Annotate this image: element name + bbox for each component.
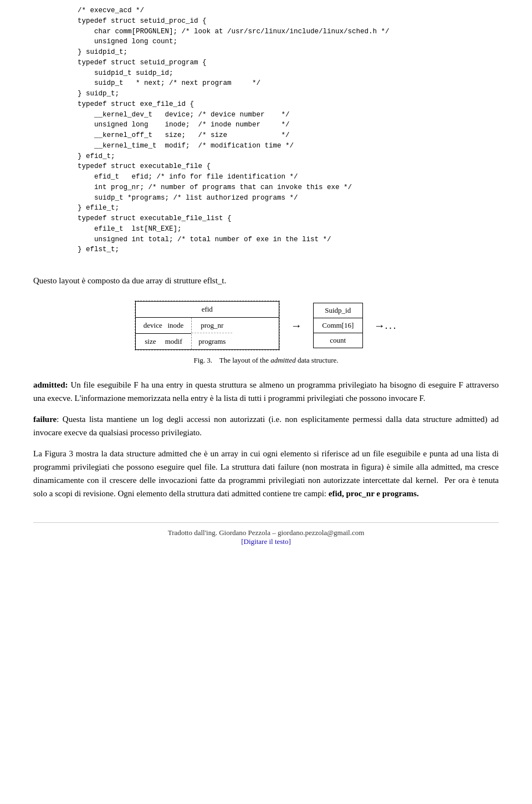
main-body: device inode size modif prog_nr programs: [136, 318, 279, 349]
footer-line1: Tradotto dall'ing. Giordano Pezzola – gi…: [33, 528, 499, 537]
programs-cell: programs: [192, 334, 232, 349]
right-struct-box: Suidp_id Comm[16] count: [313, 303, 363, 348]
device-inode-cell: device inode: [136, 318, 192, 334]
footer-line2: [Digitare il testo]: [33, 537, 499, 546]
arrow-1: →: [291, 319, 302, 332]
paragraph-admitted: admitted: Un file eseguibile F ha una en…: [33, 378, 499, 405]
footer: Tradotto dall'ing. Giordano Pezzola – gi…: [33, 522, 499, 546]
paragraph-failure: failure: Questa lista mantiene un log de…: [33, 413, 499, 439]
arrow-2: → ...: [374, 319, 398, 332]
size-modif-cell: size modif: [136, 334, 192, 349]
prog-nr-cell: prog_nr: [192, 318, 232, 333]
left-col: device inode size modif: [136, 318, 192, 349]
fig-caption: Fig. 3. The layout of the admitted data …: [193, 356, 338, 365]
figure-3: efid device inode size modif prog_nr pro…: [33, 301, 499, 365]
right-col: prog_nr programs: [192, 318, 232, 349]
comm16-cell: Comm[16]: [314, 318, 362, 333]
layout-description: Questo layout è composto da due array di…: [33, 274, 499, 287]
dots: ...: [385, 320, 398, 332]
outer-dashed-box: efid device inode size modif prog_nr pro…: [135, 301, 280, 350]
count-cell: count: [314, 333, 362, 348]
efid-cell: efid: [136, 302, 279, 318]
paragraph-fig3: La Figura 3 mostra la data structure adm…: [33, 447, 499, 500]
code-block: /* execve_acd */ typedef struct setuid_p…: [33, 0, 499, 266]
suidp-id-cell: Suidp_id: [314, 303, 362, 318]
main-struct-box: efid device inode size modif prog_nr pro…: [135, 301, 279, 350]
